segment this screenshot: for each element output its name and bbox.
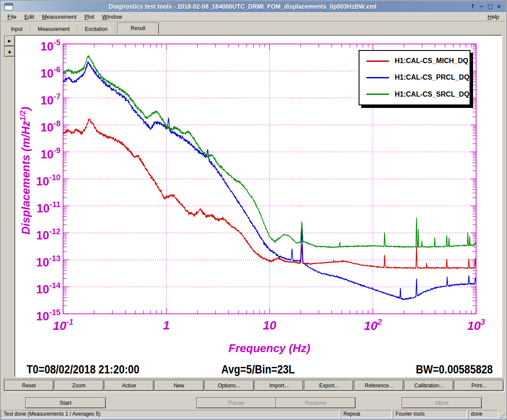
y-tick-label: 10-14: [20, 280, 60, 296]
shade-button[interactable]: ↑: [469, 3, 477, 10]
toolbar-button-export[interactable]: Export...: [304, 380, 353, 391]
right-arrow-icon: ▶: [8, 39, 11, 43]
x-axis-label: Frequency (Hz): [182, 342, 356, 355]
y-tick-label: 10-12: [20, 226, 60, 242]
tab-excitation[interactable]: Excitation: [77, 25, 115, 34]
window-frame-bottom: [1, 418, 506, 420]
menu-item-file[interactable]: File: [3, 13, 20, 20]
start-button[interactable]: Start: [25, 397, 106, 408]
y-tick-label: 10-11: [20, 199, 60, 215]
scroll-up-button[interactable]: ▲: [4, 46, 15, 57]
close-button[interactable]: ×: [495, 3, 503, 10]
resume-button[interactable]: Resume: [275, 397, 356, 408]
scroll-right-button[interactable]: ▶: [4, 36, 15, 46]
window-titlebar: Diagnostics test tools - 2018-02-08_1840…: [1, 1, 506, 13]
menu-item-edit[interactable]: Edit: [20, 13, 38, 20]
menu-item-measurement[interactable]: Measurement: [38, 13, 81, 20]
close-icon: ×: [497, 3, 501, 10]
x-tick-label: 10-1: [33, 319, 94, 333]
toolbar-button-reference[interactable]: Reference...: [354, 380, 403, 391]
toolbar-button-import[interactable]: Import...: [255, 380, 304, 391]
legend-entry: H1:CAL-CS_SRCL_DQ: [359, 91, 470, 98]
tabbar: InputMeasurementExcitationResult: [3, 22, 159, 34]
avg-text: Avg=5/Bin=23L: [222, 363, 295, 376]
bw-label: BW=0.00585828: [404, 363, 493, 376]
toolbar-button-options[interactable]: Options...: [205, 380, 254, 391]
window-icon-bar: [5, 3, 13, 6]
x-tick-label: 1: [136, 319, 197, 333]
minimize-icon: −: [479, 3, 484, 10]
window-controls: ↑ − □ ×: [469, 3, 503, 10]
y-tick-label: 10-5: [20, 37, 60, 53]
menu-item-help[interactable]: Help: [486, 13, 501, 20]
toolbar-button-reset[interactable]: Reset: [4, 380, 54, 391]
menu-item-window[interactable]: Window: [98, 13, 126, 20]
legend-line-sample: [366, 60, 389, 62]
resize-grip[interactable]: [500, 410, 506, 418]
status-repeat: Repeat: [341, 410, 392, 418]
tab-input[interactable]: Input: [3, 25, 30, 34]
status-tools: Fourier tools: [393, 410, 467, 418]
toolbar-button-print[interactable]: Print...: [454, 380, 504, 391]
menubar-items: FileEditMeasurementPlotWindow: [3, 13, 126, 20]
shade-icon: ↑: [470, 3, 475, 10]
status-message: Test done (Measurements 1 / Averages 5): [1, 410, 339, 418]
abort-button[interactable]: Abort: [402, 397, 482, 408]
toolbar-button-zoom[interactable]: Zoom: [54, 380, 104, 391]
legend-entry: H1:CAL-CS_PRCL_DQ: [359, 74, 470, 81]
plot-panel: Displacements (m/Hz1/2) Frequency (Hz) H…: [14, 35, 502, 377]
x-tick-label: 10: [239, 319, 300, 333]
toolbar-button-calibration[interactable]: Calibration...: [404, 380, 453, 391]
y-tick-label: 10-9: [20, 145, 60, 161]
legend: H1:CAL-CS_MICH_DQH1:CAL-CS_PRCL_DQH1:CAL…: [359, 50, 470, 105]
tab-result[interactable]: Result: [117, 23, 159, 34]
legend-label: H1:CAL-CS_MICH_DQ: [395, 57, 468, 65]
y-tick-label: 10-10: [20, 172, 60, 188]
legend-line-sample: [366, 94, 389, 95]
x-tick-label: 103: [446, 319, 507, 333]
legend-label: H1:CAL-CS_SRCL_DQ: [395, 91, 470, 98]
tab-measurement[interactable]: Measurement: [30, 25, 77, 34]
legend-line-sample: [366, 77, 389, 78]
y-tick-label: 10-13: [20, 253, 60, 269]
x-tick-label: 102: [342, 319, 403, 333]
bw-text: BW=0.00585828: [416, 363, 493, 376]
menu-item-plot[interactable]: Plot: [81, 13, 98, 20]
y-tick-label: 10-6: [20, 64, 60, 80]
toolbar-button-new[interactable]: New: [154, 380, 204, 391]
menubar: FileEditMeasurementPlotWindow Help: [1, 13, 506, 21]
control-row: Start Pause Resume Abort: [0, 397, 507, 408]
pause-button[interactable]: Pause: [196, 397, 276, 408]
maximize-button[interactable]: □: [487, 3, 494, 10]
up-arrow-icon: ▲: [8, 49, 11, 54]
status-state: done: [468, 410, 499, 418]
maximize-icon: □: [487, 3, 493, 10]
statusbar: Test done (Measurements 1 / Averages 5) …: [1, 410, 506, 418]
y-axis-label-close: ): [19, 107, 32, 111]
toolbar-button-active[interactable]: Active: [104, 380, 154, 391]
legend-entry: H1:CAL-CS_MICH_DQ: [359, 57, 470, 65]
legend-label: H1:CAL-CS_PRCL_DQ: [395, 74, 470, 81]
window-icon[interactable]: [4, 3, 13, 10]
minimize-button[interactable]: −: [478, 3, 485, 10]
toolbar: ResetZoomActiveNewOptions...Import...Exp…: [3, 379, 504, 392]
y-tick-label: 10-7: [20, 91, 60, 107]
y-tick-label: 10-8: [20, 118, 60, 134]
window-title: Diagnostics test tools - 2018-02-08_1840…: [18, 1, 467, 12]
